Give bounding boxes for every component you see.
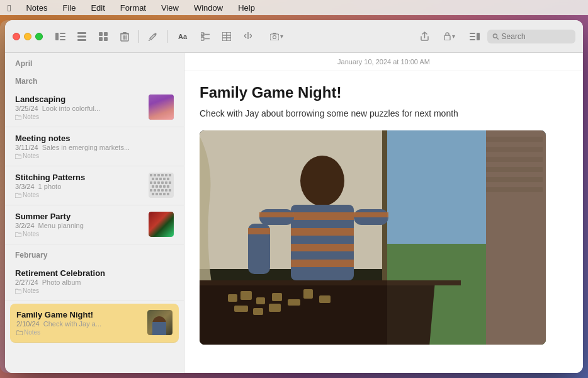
svg-rect-67 <box>163 193 166 195</box>
lock-button[interactable]: ▾ <box>437 28 462 45</box>
svg-rect-57 <box>167 185 169 188</box>
svg-rect-60 <box>157 189 160 192</box>
note-folder: Notes <box>15 192 142 198</box>
note-item-stitching[interactable]: Stitching Patterns 3/3/24 1 photo Notes <box>5 166 184 205</box>
format-aa-button[interactable]: Aa <box>172 28 193 45</box>
checklist-button[interactable] <box>196 28 214 45</box>
note-thumbnail-stitching <box>149 173 174 198</box>
gallery-view-button[interactable] <box>94 28 112 45</box>
note-meta: 2/10/24 Check with Jay a... <box>16 320 141 328</box>
svg-rect-30 <box>470 36 475 37</box>
svg-rect-56 <box>163 185 166 188</box>
note-title: Summer Party <box>15 212 142 221</box>
svg-rect-47 <box>150 181 152 184</box>
note-text-stitching: Stitching Patterns 3/3/24 1 photo Notes <box>15 173 142 198</box>
svg-rect-50 <box>161 181 164 184</box>
delete-button[interactable] <box>116 28 133 45</box>
editor-title: Family Game Night! <box>200 84 568 101</box>
svg-rect-40 <box>165 174 167 176</box>
note-thumbnail-family <box>147 310 172 335</box>
note-item-retirement[interactable]: Retirement Celebration 2/27/24 Photo alb… <box>5 262 184 301</box>
note-preview: Menu planning <box>38 222 84 229</box>
editor-timestamp: January 10, 2024 at 10:00 AM <box>184 53 583 71</box>
section-april: April <box>5 53 184 71</box>
fullscreen-button[interactable] <box>35 33 43 40</box>
right-sidebar-button[interactable] <box>466 28 483 45</box>
svg-rect-58 <box>150 189 152 192</box>
svg-rect-68 <box>167 193 169 195</box>
separator-1 <box>139 30 139 43</box>
svg-rect-31 <box>470 39 475 40</box>
note-text-retirement: Retirement Celebration 2/27/24 Photo alb… <box>15 268 174 294</box>
sidebar-toggle-button[interactable] <box>52 28 69 45</box>
note-folder: Notes <box>15 113 142 120</box>
svg-rect-65 <box>155 193 158 195</box>
note-meta: 2/27/24 Photo album <box>15 278 174 286</box>
note-date: 3/25/24 <box>15 105 38 112</box>
svg-rect-64 <box>152 193 154 195</box>
editor-content[interactable]: Family Game Night! Check with Jay about … <box>184 71 583 373</box>
svg-rect-32 <box>477 33 480 40</box>
svg-rect-37 <box>154 174 156 176</box>
search-input[interactable] <box>502 32 570 41</box>
svg-rect-7 <box>99 32 103 36</box>
svg-rect-19 <box>201 37 204 40</box>
menu-help[interactable]: Help <box>235 3 257 13</box>
share-button[interactable] <box>416 28 433 45</box>
attachment-button[interactable] <box>239 28 257 45</box>
svg-rect-62 <box>165 189 167 192</box>
menu-file[interactable]: File <box>60 3 78 13</box>
apple-menu[interactable]:  <box>5 3 13 13</box>
svg-rect-51 <box>165 181 167 184</box>
svg-rect-54 <box>155 185 158 188</box>
note-preview: Sales in emerging markets... <box>42 144 130 151</box>
note-item-family-game-night[interactable]: Family Game Night! 2/10/24 Check with Ja… <box>10 304 179 343</box>
note-date: 2/10/24 <box>16 320 40 328</box>
note-date: 3/2/24 <box>15 222 35 229</box>
note-item-summer[interactable]: Summer Party 3/2/24 Menu planning Notes <box>5 205 184 244</box>
note-preview: 1 photo <box>38 183 62 190</box>
svg-rect-38 <box>157 174 160 176</box>
svg-rect-36 <box>150 174 152 176</box>
svg-rect-107 <box>387 130 546 345</box>
note-title: Retirement Celebration <box>15 268 174 278</box>
compose-button[interactable] <box>144 28 162 45</box>
svg-rect-5 <box>77 35 86 37</box>
list-view-button[interactable] <box>73 28 91 45</box>
close-button[interactable] <box>13 33 20 40</box>
minimize-button[interactable] <box>24 33 31 40</box>
note-thumbnail-summer <box>149 212 174 237</box>
menu-edit[interactable]: Edit <box>88 3 107 13</box>
note-item-meeting[interactable]: Meeting notes 3/11/24 Sales in emerging … <box>5 127 184 166</box>
menu-notes[interactable]: Notes <box>23 3 50 13</box>
traffic-lights <box>13 33 43 40</box>
svg-rect-14 <box>123 35 124 40</box>
svg-rect-59 <box>154 189 156 192</box>
section-february: February <box>5 244 184 262</box>
svg-rect-39 <box>161 174 164 176</box>
svg-rect-10 <box>104 37 108 41</box>
svg-rect-52 <box>169 181 171 184</box>
note-title: Meeting notes <box>15 134 174 143</box>
content-area: April March Landscaping 3/25/24 Look int… <box>5 53 583 373</box>
svg-rect-48 <box>154 181 156 184</box>
svg-rect-29 <box>470 33 475 34</box>
svg-rect-49 <box>157 181 160 184</box>
svg-rect-13 <box>120 33 129 35</box>
svg-rect-15 <box>124 35 125 40</box>
menu-window[interactable]: Window <box>191 3 225 13</box>
menu-view[interactable]: View <box>159 3 181 13</box>
table-button[interactable] <box>218 28 235 45</box>
note-date: 2/27/24 <box>15 278 38 286</box>
note-meta: 3/11/24 Sales in emerging markets... <box>15 144 174 151</box>
svg-rect-44 <box>159 178 162 180</box>
editor-image <box>200 130 546 345</box>
note-preview: Photo album <box>42 278 81 286</box>
search-box[interactable] <box>487 30 575 43</box>
note-folder: Notes <box>15 231 142 238</box>
menu-format[interactable]: Format <box>118 3 149 13</box>
svg-rect-55 <box>159 185 162 188</box>
photo-button[interactable]: ▾ <box>261 28 292 45</box>
note-title: Landscaping <box>15 94 142 104</box>
note-item-landscaping[interactable]: Landscaping 3/25/24 Look into colorful..… <box>5 88 184 127</box>
